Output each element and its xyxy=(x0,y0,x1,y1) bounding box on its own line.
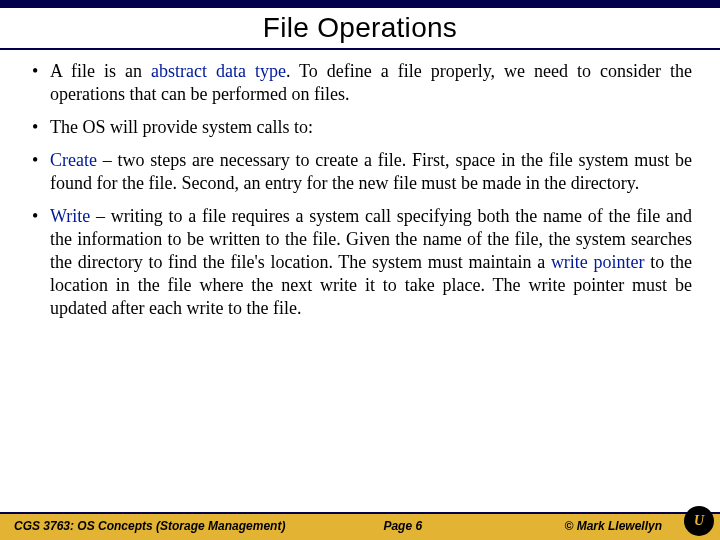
bullet-item: The OS will provide system calls to: xyxy=(28,116,692,139)
bullet-list: A file is an abstract data type. To defi… xyxy=(28,60,692,320)
bullet-item: A file is an abstract data type. To defi… xyxy=(28,60,692,106)
keyword-write: Write xyxy=(50,206,90,226)
top-accent-bar xyxy=(0,0,720,8)
ucf-logo-icon: U xyxy=(684,506,714,536)
logo-letter: U xyxy=(694,513,704,529)
footer-author: © Mark Llewellyn xyxy=(468,519,706,533)
slide-body: File Operations A file is an abstract da… xyxy=(0,8,720,320)
footer-course: CGS 3763: OS Concepts (Storage Managemen… xyxy=(14,519,338,533)
text: – two steps are necessary to create a fi… xyxy=(50,150,692,193)
footer: CGS 3763: OS Concepts (Storage Managemen… xyxy=(0,512,720,540)
keyword-write-pointer: write pointer xyxy=(551,252,645,272)
footer-bar: CGS 3763: OS Concepts (Storage Managemen… xyxy=(0,514,720,540)
bullet-item: Write – writing to a file requires a sys… xyxy=(28,205,692,320)
title-rule xyxy=(0,48,720,50)
keyword-create: Create xyxy=(50,150,97,170)
text: A file is an xyxy=(50,61,151,81)
bullet-item: Create – two steps are necessary to crea… xyxy=(28,149,692,195)
footer-page: Page 6 xyxy=(338,519,468,533)
text: The OS will provide system calls to: xyxy=(50,117,313,137)
keyword-abstract-data-type: abstract data type xyxy=(151,61,286,81)
slide-title: File Operations xyxy=(28,12,692,44)
